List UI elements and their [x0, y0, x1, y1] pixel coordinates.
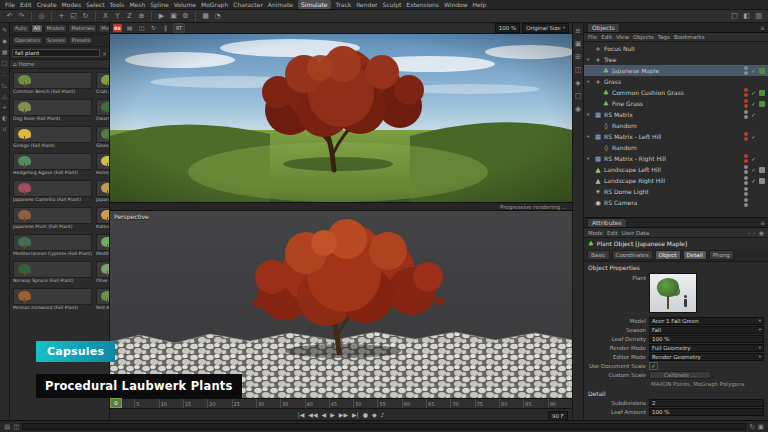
asset-item[interactable]: Glossy Privet (Fall Plant) — [95, 125, 109, 150]
attribute-value[interactable]: Render Geometry — [649, 353, 764, 361]
polygons-mode-icon[interactable]: △ — [2, 92, 7, 99]
attribute-menu-item[interactable]: User Data — [622, 230, 649, 236]
render-picture-viewer-button[interactable]: ▣ — [169, 10, 178, 22]
object-menu-item[interactable]: Objects — [633, 34, 654, 40]
zoom-level[interactable]: 100 % — [495, 23, 520, 33]
goto-start-button[interactable]: |◀ — [298, 409, 305, 420]
asset-item[interactable]: Crab Apple (Fall Plant) — [95, 71, 109, 96]
expand-arrow-icon[interactable]: ▾ — [587, 156, 592, 161]
texture-tag-icon[interactable] — [759, 167, 765, 173]
toolbar-icon[interactable] — [195, 12, 196, 21]
panel-menu-icon[interactable]: ≡ — [760, 24, 765, 31]
grid-icon[interactable]: ▣ — [758, 423, 764, 431]
coordinate-manager-toggle-icon[interactable]: ⊞ — [575, 53, 581, 61]
texture-tag-icon[interactable] — [759, 145, 765, 151]
refresh-icon[interactable]: ↻ — [749, 423, 754, 431]
expand-arrow-icon[interactable]: ▾ — [587, 79, 592, 84]
object-row[interactable]: ▲ Landscape Right Hill ✓ — [584, 175, 768, 186]
visibility-dots[interactable] — [744, 110, 748, 119]
menu-item[interactable]: Volume — [174, 0, 196, 9]
attribute-tab[interactable]: Basic — [587, 250, 610, 260]
camera-panel-icon[interactable]: ◉ — [575, 105, 581, 113]
attribute-tab[interactable]: Phong — [709, 250, 734, 260]
menu-item[interactable]: Sculpt — [383, 0, 402, 9]
object-row[interactable]: ♣ Fine Grass ✓ — [584, 98, 768, 109]
asset-filter-chip[interactable]: All — [31, 24, 43, 33]
menu-item[interactable]: Modes — [62, 0, 81, 9]
menu-item[interactable]: MoGraph — [201, 0, 228, 9]
asset-filter-chip[interactable]: Auto — [12, 24, 30, 33]
rotate-tool-icon[interactable]: ↻ — [81, 10, 90, 22]
layout-standard-button[interactable]: □ — [730, 10, 739, 22]
lock-icon[interactable]: ◉ — [759, 229, 764, 236]
timeline-ruler[interactable]: 051015202530354045505560657075808590 — [110, 398, 572, 408]
tab-attributes[interactable]: Attributes — [587, 218, 627, 227]
generators-menu-icon[interactable]: ▦ — [201, 10, 210, 22]
z-axis-lock-button[interactable]: Z — [125, 10, 134, 22]
enable-check-icon[interactable]: ✓ — [750, 90, 757, 96]
expand-arrow-icon[interactable]: ▾ — [587, 57, 592, 62]
clear-search-icon[interactable]: × — [102, 50, 107, 57]
expand-arrow-icon[interactable]: ▾ — [587, 134, 592, 139]
texture-tag-icon[interactable] — [759, 189, 765, 195]
next-key-button[interactable]: ▶▶ — [339, 409, 348, 420]
breadcrumb[interactable]: ⌂ Home — [10, 60, 109, 69]
menu-item[interactable]: Extensions — [406, 0, 439, 9]
menu-item[interactable]: Simulate — [298, 0, 331, 9]
record-button[interactable]: ● — [363, 409, 368, 420]
texture-tag-icon[interactable] — [759, 90, 765, 96]
previous-key-button[interactable]: ◀◀ — [308, 409, 317, 420]
texture-tag-icon[interactable] — [759, 101, 765, 107]
asset-item[interactable]: Hedgehog Agave (Fall Plant) — [12, 152, 93, 177]
menu-item[interactable]: Create — [37, 0, 57, 9]
attribute-menu-item[interactable]: Edit — [607, 230, 618, 236]
attribute-tab[interactable]: Detail — [683, 250, 707, 260]
menu-item[interactable]: Edit — [20, 0, 32, 9]
layout-render-button[interactable]: ▥ — [754, 10, 763, 22]
object-row[interactable]: ◊ Random — [584, 142, 768, 153]
object-row[interactable]: ▾ + Tree — [584, 54, 768, 65]
redo-icon[interactable]: ↷ — [17, 10, 26, 22]
asset-item[interactable]: Persian Ironwood (Fall Plant) — [12, 287, 93, 312]
menu-item[interactable]: File — [5, 0, 15, 9]
object-row[interactable]: ▾ ▦ RS Matrix - Right Hill ✓ — [584, 153, 768, 164]
visibility-dots[interactable] — [744, 132, 748, 141]
asset-filter-chip[interactable]: Media — [98, 24, 110, 33]
ab-compare-icon[interactable]: ◫ — [137, 23, 146, 34]
asset-filter-chip[interactable]: Presets — [69, 36, 93, 45]
object-menu-item[interactable]: Tags — [658, 34, 670, 40]
visibility-dots[interactable] — [744, 44, 748, 53]
enable-check-icon[interactable]: ✓ — [750, 167, 757, 173]
menu-item[interactable]: Select — [86, 0, 105, 9]
texture-mode-icon[interactable]: ▦ — [2, 48, 8, 55]
pause-render-icon[interactable]: ‖ — [161, 23, 170, 34]
make-editable-icon[interactable]: ✎ — [2, 26, 7, 33]
edges-mode-icon[interactable]: ◺ — [2, 81, 7, 88]
attribute-value[interactable]: Fall — [649, 326, 764, 334]
end-frame-field[interactable]: 90 F — [548, 411, 568, 420]
menu-item[interactable]: Help — [473, 0, 487, 9]
asset-item[interactable]: Mediterranean Cypress (Fall Plant) — [12, 233, 93, 258]
materials-strip-icon[interactable]: ▤ — [4, 423, 10, 431]
visibility-dots[interactable] — [744, 165, 748, 174]
toolbar-icon[interactable] — [151, 12, 152, 21]
visibility-dots[interactable] — [744, 198, 748, 207]
asset-browser-toggle-icon[interactable]: ▣ — [575, 40, 582, 48]
enable-check-icon[interactable]: ✓ — [750, 101, 757, 107]
asset-item[interactable]: Olive (Fall Plant) — [95, 260, 109, 285]
asset-filter-chip[interactable]: Operators — [12, 36, 43, 45]
layers-strip-icon[interactable]: ◫ — [13, 423, 19, 431]
attribute-value[interactable]: 2 — [649, 399, 764, 407]
workplane-mode-icon[interactable]: □ — [2, 59, 8, 66]
timeline-playhead[interactable]: 0 — [110, 398, 122, 408]
enable-axis-icon[interactable]: + — [2, 103, 7, 110]
move-tool-icon[interactable]: + — [57, 10, 66, 22]
play-button[interactable]: ▶ — [330, 409, 335, 420]
object-row[interactable]: ◉ RS Camera — [584, 197, 768, 208]
menu-item[interactable]: Mesh — [129, 0, 145, 9]
visibility-dots[interactable] — [744, 176, 748, 185]
texture-tag-icon[interactable] — [759, 68, 765, 74]
asset-filter-chip[interactable]: Models — [44, 24, 68, 33]
panel-menu-icon[interactable]: ≡ — [575, 27, 581, 35]
attribute-tab[interactable]: Object — [655, 250, 681, 260]
